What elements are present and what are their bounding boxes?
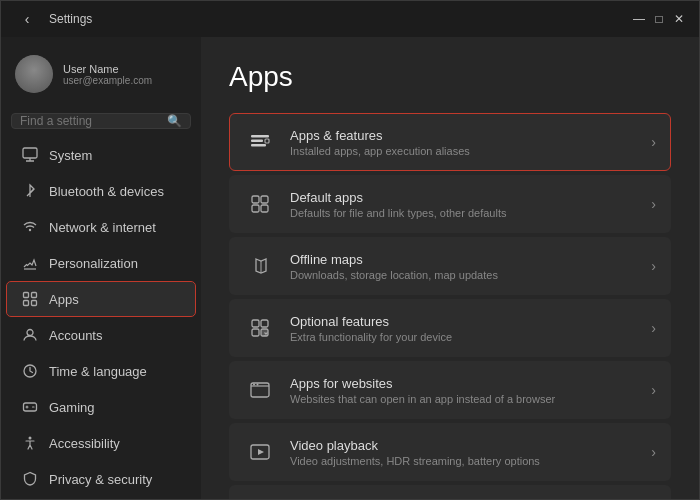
- svg-rect-14: [265, 139, 269, 143]
- apps-features-chevron: ›: [651, 134, 656, 150]
- nav-item-personalization[interactable]: Personalization: [7, 246, 195, 280]
- back-button[interactable]: ‹: [13, 5, 41, 33]
- offline-maps-chevron: ›: [651, 258, 656, 274]
- svg-rect-12: [251, 140, 263, 143]
- offline-maps-icon: [244, 250, 276, 282]
- video-playback-title: Video playback: [290, 438, 637, 453]
- nav-item-apps[interactable]: Apps: [7, 282, 195, 316]
- svg-rect-2: [24, 293, 29, 298]
- settings-item-video-playback[interactable]: Video playback Video adjustments, HDR st…: [229, 423, 671, 481]
- time-icon: [21, 362, 39, 380]
- page-title: Apps: [229, 61, 671, 93]
- offline-maps-title: Offline maps: [290, 252, 637, 267]
- window-controls: — □ ✕: [631, 11, 687, 27]
- nav-item-accessibility[interactable]: Accessibility: [7, 426, 195, 460]
- nav-label-apps: Apps: [49, 292, 79, 307]
- apps-features-text: Apps & features Installed apps, app exec…: [290, 128, 637, 157]
- svg-rect-20: [261, 320, 268, 327]
- system-icon: [21, 146, 39, 164]
- svg-point-25: [257, 384, 259, 386]
- svg-rect-21: [252, 329, 259, 336]
- optional-features-subtitle: Extra functionality for your device: [290, 331, 637, 343]
- video-playback-chevron: ›: [651, 444, 656, 460]
- apps-websites-subtitle: Websites that can open in an app instead…: [290, 393, 637, 405]
- nav-item-gaming[interactable]: Gaming: [7, 390, 195, 424]
- nav-label-system: System: [49, 148, 92, 163]
- optional-features-icon: [244, 312, 276, 344]
- default-apps-text: Default apps Defaults for file and link …: [290, 190, 637, 219]
- settings-item-default-apps[interactable]: Default apps Defaults for file and link …: [229, 175, 671, 233]
- video-playback-subtitle: Video adjustments, HDR streaming, batter…: [290, 455, 637, 467]
- offline-maps-text: Offline maps Downloads, storage location…: [290, 252, 637, 281]
- svg-point-24: [253, 384, 255, 386]
- nav-label-privacy: Privacy & security: [49, 472, 152, 487]
- nav-label-network: Network & internet: [49, 220, 156, 235]
- nav-label-accessibility: Accessibility: [49, 436, 120, 451]
- default-apps-subtitle: Defaults for file and link types, other …: [290, 207, 637, 219]
- nav-label-accounts: Accounts: [49, 328, 102, 343]
- main-content: Apps Apps & features Installed apps, app…: [201, 37, 699, 499]
- search-input[interactable]: [20, 114, 161, 128]
- sidebar: User Name user@example.com 🔍 System: [1, 37, 201, 499]
- apps-websites-text: Apps for websites Websites that can open…: [290, 376, 637, 405]
- settings-item-optional-features[interactable]: Optional features Extra functionality fo…: [229, 299, 671, 357]
- user-name: User Name: [63, 63, 152, 75]
- search-box[interactable]: 🔍: [11, 113, 191, 129]
- title-bar-left: ‹ Settings: [13, 5, 92, 33]
- settings-list: Apps & features Installed apps, app exec…: [229, 113, 671, 499]
- optional-features-chevron: ›: [651, 320, 656, 336]
- video-playback-text: Video playback Video adjustments, HDR st…: [290, 438, 637, 467]
- close-button[interactable]: ✕: [671, 11, 687, 27]
- settings-item-startup[interactable]: Startup Apps that start automatically wh…: [229, 485, 671, 499]
- minimize-button[interactable]: —: [631, 11, 647, 27]
- video-playback-icon: [244, 436, 276, 468]
- apps-icon: [21, 290, 39, 308]
- nav-item-bluetooth[interactable]: Bluetooth & devices: [7, 174, 195, 208]
- nav-item-accounts[interactable]: Accounts: [7, 318, 195, 352]
- svg-rect-4: [24, 301, 29, 306]
- apps-features-subtitle: Installed apps, app execution aliases: [290, 145, 637, 157]
- svg-rect-3: [32, 293, 37, 298]
- settings-item-offline-maps[interactable]: Offline maps Downloads, storage location…: [229, 237, 671, 295]
- svg-rect-19: [252, 320, 259, 327]
- nav-item-privacy[interactable]: Privacy & security: [7, 462, 195, 496]
- nav-item-system[interactable]: System: [7, 138, 195, 172]
- personalization-icon: [21, 254, 39, 272]
- nav-label-gaming: Gaming: [49, 400, 95, 415]
- privacy-icon: [21, 470, 39, 488]
- svg-point-9: [29, 437, 32, 440]
- svg-rect-5: [32, 301, 37, 306]
- svg-rect-0: [23, 148, 37, 158]
- window-title: Settings: [49, 12, 92, 26]
- settings-item-apps-features[interactable]: Apps & features Installed apps, app exec…: [229, 113, 671, 171]
- default-apps-title: Default apps: [290, 190, 637, 205]
- nav-item-windowsupdate[interactable]: Windows Update: [7, 498, 195, 499]
- nav-label-time: Time & language: [49, 364, 147, 379]
- nav-label-personalization: Personalization: [49, 256, 138, 271]
- svg-rect-15: [252, 196, 259, 203]
- user-profile[interactable]: User Name user@example.com: [1, 45, 201, 103]
- nav-item-network[interactable]: Network & internet: [7, 210, 195, 244]
- svg-rect-16: [261, 196, 268, 203]
- avatar: [15, 55, 53, 93]
- apps-websites-chevron: ›: [651, 382, 656, 398]
- network-icon: [21, 218, 39, 236]
- content-area: User Name user@example.com 🔍 System: [1, 37, 699, 499]
- settings-window: ‹ Settings — □ ✕ User Name user@example.…: [0, 0, 700, 500]
- bluetooth-icon: [21, 182, 39, 200]
- maximize-button[interactable]: □: [651, 11, 667, 27]
- nav-item-time[interactable]: Time & language: [7, 354, 195, 388]
- svg-rect-17: [252, 205, 259, 212]
- settings-item-apps-websites[interactable]: Apps for websites Websites that can open…: [229, 361, 671, 419]
- user-email: user@example.com: [63, 75, 152, 86]
- svg-rect-11: [251, 135, 269, 138]
- svg-rect-13: [251, 144, 266, 147]
- optional-features-text: Optional features Extra functionality fo…: [290, 314, 637, 343]
- accounts-icon: [21, 326, 39, 344]
- default-apps-chevron: ›: [651, 196, 656, 212]
- apps-features-title: Apps & features: [290, 128, 637, 143]
- svg-rect-18: [261, 205, 268, 212]
- startup-icon: [244, 498, 276, 499]
- apps-features-icon: [244, 126, 276, 158]
- search-icon: 🔍: [167, 114, 182, 128]
